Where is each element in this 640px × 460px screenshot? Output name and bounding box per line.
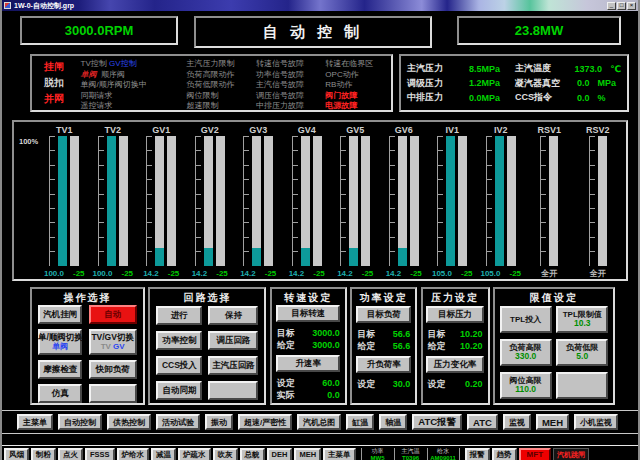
control-panels: 操作选择 汽机挂闸 自动 单/顺阀切换 单阀 TV/GV切换 TV GV 摩擦检… [30, 287, 615, 405]
valve-position-value: 100.0 [44, 269, 64, 278]
target-pressure-button[interactable]: 目标压力 [426, 306, 483, 323]
valve-reference-bar [410, 136, 419, 266]
limit-button[interactable]: 负荷低限 5.0 [556, 339, 608, 366]
nav-button[interactable]: ATC [467, 414, 498, 430]
valve-switch-button[interactable]: 单/顺阀切换 单阀 [38, 329, 82, 355]
alarm-button[interactable]: 报警 [465, 448, 490, 460]
valve-position-bar [155, 136, 164, 266]
pressure-loop-button[interactable]: 调压回路 [208, 331, 258, 350]
power-control-button[interactable]: 功率控制 [156, 331, 202, 350]
main-pressure-loop-button[interactable]: 主汽压回路 [208, 356, 258, 375]
power-display: 23.8MW [457, 16, 621, 45]
status-lamp: 转速信号故障 [256, 59, 325, 70]
taskbar-page-button[interactable]: DEH [267, 448, 293, 460]
valve-bars: TV1 100.0 -25 TV2 [40, 125, 622, 279]
taskbar-page-button[interactable]: 减温 [151, 448, 176, 460]
status-col-faults: 转速信号故障功率信号故障主汽信号故障调压信号故障中排压力故障 [256, 59, 325, 107]
status-lamp: 负荷高限动作 [187, 70, 256, 81]
nav-button[interactable]: 自动控制 [58, 414, 102, 430]
valve-bar-group: RSV1 全开 [525, 125, 574, 279]
valve-bar-group: GV2 14.2 -25 [186, 125, 235, 279]
mft-button[interactable]: MFT [519, 448, 551, 460]
taskbar-page-button[interactable]: 总貌 [240, 448, 265, 460]
power-value: 23.8MW [515, 23, 563, 38]
auto-sync-button[interactable]: 自动同期 [156, 381, 202, 400]
status-lamp: 主汽压力限制 [187, 59, 256, 70]
nav-button[interactable]: 轴温 [379, 414, 407, 430]
limit-button[interactable]: TPL限制值 10.3 [556, 306, 608, 333]
nav-button[interactable]: 小机监视 [574, 414, 618, 430]
blank-button[interactable] [208, 381, 258, 400]
friction-check-button[interactable]: 摩擦检查 [38, 360, 82, 379]
panel-limit-setting: 限值设定 TPL投入 TPL限制值 10.3 负荷高限 330 [493, 287, 615, 405]
limit-button[interactable]: 阀位高限 110.0 [500, 372, 552, 399]
hold-button[interactable]: 保持 [208, 306, 258, 325]
status-lamp: 超速限制 [187, 101, 256, 112]
valve-bar-group: GV3 14.2 -25 [234, 125, 283, 279]
status-row: 挂闸脱扣并网 TV控制 GV控制 单阀 顺序阀 单阀/顺序阀切换中 同期请求 遥… [2, 53, 638, 115]
nav-button[interactable]: ATC报警 [412, 414, 462, 430]
valve-reference-bar [70, 136, 79, 266]
tvgv-switch-button[interactable]: TV/GV切换 TV GV [89, 329, 137, 355]
gv-control-lamp: GV控制 [109, 59, 137, 68]
run-button[interactable]: 进行 [156, 306, 202, 325]
valve-switching-lamp: 单阀/顺序阀切换中 [81, 80, 187, 91]
taskbar-page-button[interactable]: 风烟 [4, 448, 29, 460]
minimize-icon[interactable]: _ [607, 2, 616, 10]
nav-button[interactable]: 缸温 [346, 414, 374, 430]
maximize-icon[interactable]: □ [617, 2, 626, 10]
target-speed-button[interactable]: 目标转速 [276, 305, 340, 322]
valve-reference-bar [458, 136, 467, 266]
taskbar-page-button[interactable]: 炉给水 [117, 448, 150, 460]
valve-name: RSV2 [586, 125, 610, 136]
nav-button[interactable]: 监视 [503, 414, 531, 430]
limit-button[interactable]: 负荷高限 330.0 [500, 339, 552, 366]
nav-button[interactable]: 供热控制 [107, 414, 151, 430]
pressure-rate-button[interactable]: 压力变化率 [426, 356, 483, 373]
valve-position-fill [155, 248, 164, 266]
taskbar-page-button[interactable]: 主菜单 [323, 448, 356, 460]
simulation-button[interactable]: 仿真 [38, 384, 82, 403]
blank-button[interactable] [89, 384, 137, 403]
measurement-row: 主汽温度1373.0℃ [515, 62, 621, 75]
setting-row: 给定56.6 [357, 340, 410, 352]
speed-rate-button[interactable]: 升速率 [276, 355, 340, 372]
nav-button[interactable]: 活动试验 [156, 414, 200, 430]
nav-button[interactable]: 汽机总图 [297, 414, 341, 430]
auto-button[interactable]: 自动 [89, 305, 137, 324]
limit-button[interactable]: TPL投入 [500, 306, 552, 333]
nav-button[interactable]: MEH [536, 414, 569, 430]
nav-button[interactable]: 主菜单 [17, 414, 53, 430]
turbine-latch-button[interactable]: 汽机挂闸 [38, 305, 82, 324]
taskbar-page-button[interactable]: 吹灰 [213, 448, 238, 460]
limit-button[interactable] [556, 372, 608, 399]
valve-scale-ticks [98, 136, 104, 266]
valve-name: IV1 [445, 125, 459, 136]
measurement-col-left: 主汽压力8.5MPa 调级压力1.2MPa 中排压力0.0MPa [407, 60, 515, 106]
status-lamp: 并网 [44, 91, 81, 107]
status-lamp: 负荷低限动作 [187, 80, 256, 91]
valve-bar-group: IV1 105.0 -25 [428, 125, 477, 279]
valve-position-value: 100.0 [92, 269, 112, 278]
nav-button[interactable]: 振动 [205, 414, 233, 430]
ccs-button[interactable]: CCS投入 [156, 356, 202, 375]
valve-name: GV4 [298, 125, 316, 136]
setting-row: 实际0.0 [277, 389, 340, 401]
target-load-button[interactable]: 目标负荷 [356, 306, 411, 323]
nav-button[interactable]: 超速/严密性 [238, 414, 292, 430]
taskbar-page-button[interactable]: 制粉 [31, 448, 56, 460]
taskbar-page-button[interactable]: FSSS [85, 448, 115, 460]
load-rate-button[interactable]: 升负荷率 [356, 356, 411, 373]
sync-request-lamp: 同期请求 [81, 91, 187, 102]
taskbar-page-button[interactable]: MEH [294, 448, 321, 460]
close-icon[interactable]: × [627, 2, 636, 10]
status-lamp: 阀门故障 [325, 91, 387, 102]
status-lamp: 调压信号故障 [256, 91, 325, 102]
load-dump-button[interactable]: 快卸负荷 [89, 360, 137, 379]
taskbar-page-button[interactable]: 炉疏水 [178, 448, 211, 460]
taskbar-page-button[interactable]: 点火 [58, 448, 83, 460]
panel-title: 操作选择 [32, 291, 143, 305]
setting-row: 目标56.6 [357, 328, 410, 340]
valve-name: GV2 [201, 125, 219, 136]
trend-button[interactable]: 趋势 [492, 448, 517, 460]
